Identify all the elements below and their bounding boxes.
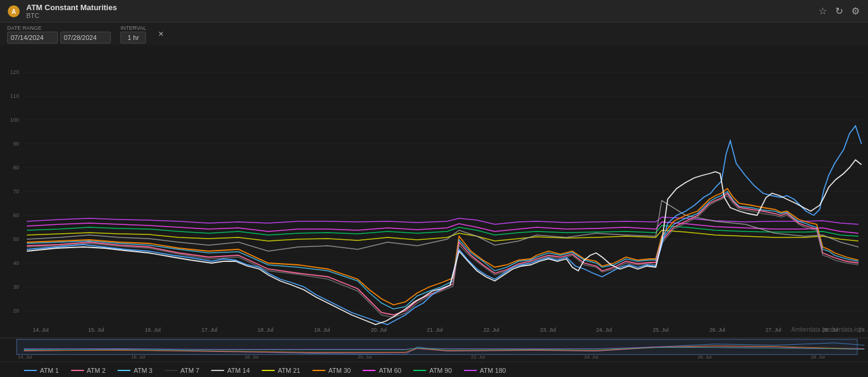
svg-text:70: 70 (13, 188, 19, 194)
svg-text:27. Jul: 27. Jul (765, 327, 782, 333)
legend-line-atm3 (117, 370, 131, 371)
svg-text:50: 50 (13, 236, 19, 242)
svg-text:22. Jul: 22. Jul (483, 327, 500, 333)
controls-bar: Date Range Interval 1 hr ✕ (0, 23, 868, 45)
svg-text:24. Jul: 24. Jul (584, 354, 599, 360)
legend-item-atm180[interactable]: ATM 180 (464, 367, 506, 374)
svg-rect-49 (17, 339, 857, 354)
legend-label-atm1: ATM 1 (40, 367, 59, 374)
svg-text:14. Jul: 14. Jul (33, 327, 49, 333)
interval-group: Interval 1 hr (120, 25, 146, 44)
svg-text:20: 20 (13, 308, 19, 314)
legend-line-atm21 (262, 370, 275, 371)
legend-label-atm180: ATM 180 (480, 367, 506, 374)
svg-text:26. Jul: 26. Jul (698, 354, 712, 360)
legend-line-atm2 (71, 370, 84, 371)
legend-item-atm1[interactable]: ATM 1 (24, 367, 59, 374)
svg-text:21. Jul: 21. Jul (427, 327, 443, 333)
svg-text:16. Jul: 16. Jul (131, 354, 145, 360)
legend-item-atm7[interactable]: ATM 7 (165, 367, 200, 374)
bookmark-button[interactable]: ☆ (817, 4, 828, 18)
svg-text:18. Jul: 18. Jul (258, 327, 274, 333)
svg-text:110: 110 (10, 93, 19, 99)
chart-legend: ATM 1ATM 2ATM 3ATM 7ATM 14ATM 21ATM 30AT… (0, 361, 868, 377)
app-logo: A (7, 5, 20, 18)
watermark: Amberdata (amberdata.io) (791, 326, 861, 333)
date-range-label: Date Range (7, 25, 111, 31)
svg-text:18. Jul: 18. Jul (244, 354, 259, 360)
svg-text:14. Jul: 14. Jul (18, 354, 32, 360)
app-subtitle: BTC (26, 12, 117, 19)
svg-text:120: 120 (10, 69, 19, 75)
legend-item-atm21[interactable]: ATM 21 (262, 367, 300, 374)
minimap[interactable]: 14. Jul 16. Jul 18. Jul 20. Jul 22. Jul … (0, 338, 868, 361)
svg-text:25. Jul: 25. Jul (653, 327, 669, 333)
legend-item-atm90[interactable]: ATM 90 (413, 367, 452, 374)
svg-text:24. Jul: 24. Jul (596, 327, 612, 333)
legend-line-atm7 (165, 370, 178, 371)
chart-svg: 120 110 100 90 80 70 60 50 40 30 20 14. … (0, 45, 868, 338)
svg-text:26. Jul: 26. Jul (709, 327, 726, 333)
svg-text:16. Jul: 16. Jul (145, 327, 161, 333)
legend-line-atm1 (24, 370, 37, 371)
legend-item-atm3[interactable]: ATM 3 (117, 367, 153, 374)
interval-label: Interval (120, 25, 146, 31)
date-start-input[interactable] (7, 32, 58, 44)
legend-line-atm60 (362, 370, 376, 371)
svg-text:40: 40 (13, 260, 19, 266)
svg-text:22. Jul: 22. Jul (471, 354, 485, 360)
legend-line-atm90 (413, 370, 426, 371)
svg-text:30: 30 (13, 284, 19, 290)
legend-item-atm30[interactable]: ATM 30 (312, 367, 351, 374)
svg-text:90: 90 (13, 141, 19, 147)
svg-text:100: 100 (10, 117, 19, 123)
svg-text:23. Jul: 23. Jul (540, 327, 556, 333)
header-left: A ATM Constant Maturities BTC (7, 3, 117, 19)
main-chart: 120 110 100 90 80 70 60 50 40 30 20 14. … (0, 45, 868, 338)
legend-item-atm2[interactable]: ATM 2 (71, 367, 106, 374)
legend-label-atm2: ATM 2 (87, 367, 106, 374)
legend-label-atm3: ATM 3 (134, 367, 153, 374)
refresh-button[interactable]: ↻ (834, 4, 844, 18)
minimap-svg: 14. Jul 16. Jul 18. Jul 20. Jul 22. Jul … (0, 338, 868, 361)
close-button[interactable]: ✕ (158, 30, 164, 38)
date-range-group: Date Range (7, 25, 111, 44)
legend-label-atm14: ATM 14 (227, 367, 250, 374)
svg-text:60: 60 (13, 212, 19, 218)
legend-label-atm90: ATM 90 (429, 367, 452, 374)
legend-item-atm14[interactable]: ATM 14 (211, 367, 250, 374)
svg-text:20. Jul: 20. Jul (358, 354, 372, 360)
date-range-inputs (7, 32, 111, 44)
legend-line-atm14 (211, 370, 224, 371)
legend-label-atm21: ATM 21 (278, 367, 300, 374)
svg-text:28. Jul: 28. Jul (811, 354, 825, 360)
legend-line-atm180 (464, 370, 477, 371)
app-title: ATM Constant Maturities (26, 3, 117, 12)
legend-line-atm30 (312, 370, 326, 371)
svg-text:20. Jul: 20. Jul (371, 327, 387, 333)
header-actions: ☆ ↻ ⚙ (817, 4, 861, 18)
date-end-input[interactable] (60, 32, 111, 44)
svg-text:19. Jul: 19. Jul (314, 327, 330, 333)
svg-text:A: A (11, 8, 16, 15)
svg-text:17. Jul: 17. Jul (202, 327, 218, 333)
legend-item-atm60[interactable]: ATM 60 (362, 367, 401, 374)
interval-button[interactable]: 1 hr (120, 32, 146, 44)
svg-text:15. Jul: 15. Jul (88, 327, 104, 333)
legend-label-atm60: ATM 60 (379, 367, 401, 374)
legend-label-atm7: ATM 7 (181, 367, 200, 374)
header-title-block: ATM Constant Maturities BTC (26, 3, 117, 19)
settings-button[interactable]: ⚙ (850, 4, 861, 18)
app-header: A ATM Constant Maturities BTC ☆ ↻ ⚙ (0, 0, 868, 23)
legend-label-atm30: ATM 30 (328, 367, 351, 374)
svg-text:80: 80 (13, 165, 19, 171)
